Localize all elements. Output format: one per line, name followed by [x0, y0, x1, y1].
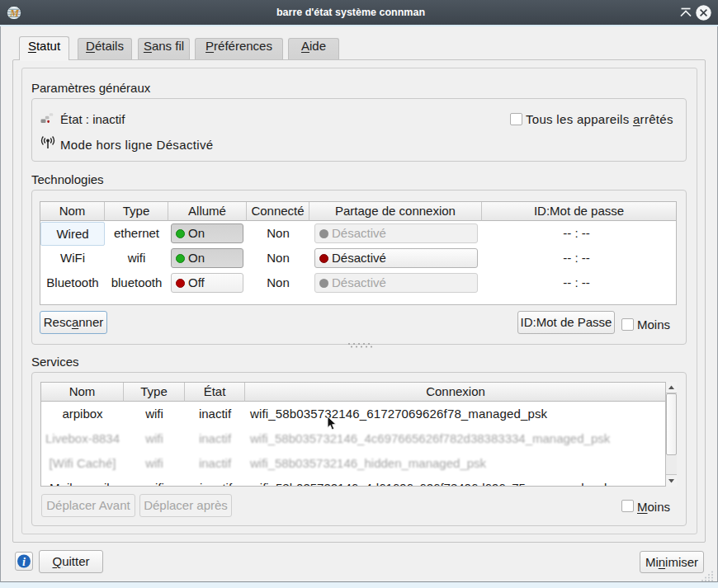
svg-text:M: M: [9, 7, 20, 19]
svg-text:i: i: [22, 556, 26, 568]
